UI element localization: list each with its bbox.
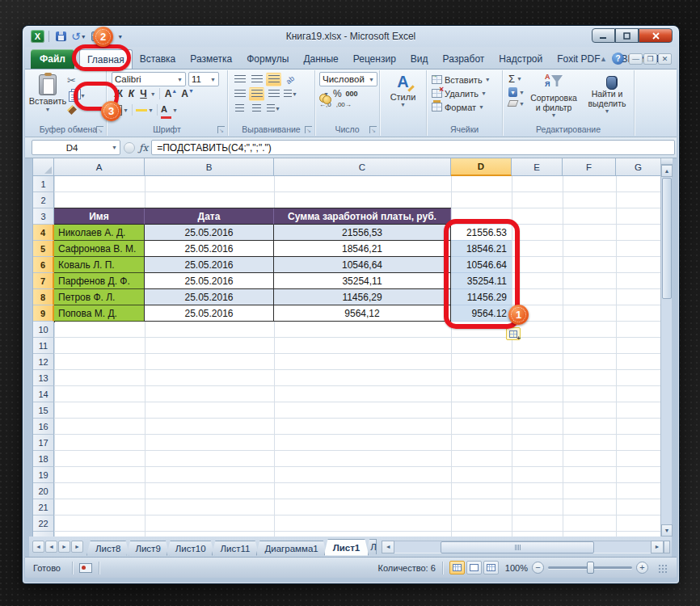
- cell-C8[interactable]: 11456,29: [274, 289, 451, 305]
- autofill-options-button[interactable]: [506, 327, 521, 340]
- scroll-up-button[interactable]: ▲: [661, 165, 673, 177]
- row-header[interactable]: 4: [33, 225, 54, 241]
- clear-button[interactable]: ▼: [506, 99, 527, 107]
- fill-color-button[interactable]: [136, 108, 147, 112]
- row-header[interactable]: 5: [33, 241, 54, 257]
- row-header[interactable]: 1: [33, 176, 54, 192]
- column-header[interactable]: B: [145, 158, 274, 176]
- fill-button[interactable]: ▼▼: [506, 86, 527, 98]
- ribbon-tab[interactable]: Разработ: [436, 49, 492, 69]
- ribbon-tab[interactable]: Формулы: [239, 49, 296, 69]
- formula-input[interactable]: =ПОДСТАВИТЬ(C4;",";"."): [151, 140, 675, 155]
- row-header[interactable]: 11: [33, 338, 54, 354]
- row-header[interactable]: 17: [33, 435, 54, 451]
- ribbon-tab[interactable]: Foxit PDF: [550, 49, 607, 69]
- cell-B8[interactable]: 25.05.2016: [145, 289, 274, 305]
- align-right-button[interactable]: [266, 87, 281, 101]
- underline-button[interactable]: Ч: [137, 88, 149, 99]
- row-header[interactable]: 9: [33, 305, 54, 322]
- align-bottom-button[interactable]: [266, 73, 281, 86]
- cell-B5[interactable]: 25.05.2016: [145, 241, 274, 257]
- row-header[interactable]: 7: [33, 273, 54, 289]
- macro-record-icon[interactable]: [79, 563, 92, 573]
- scroll-left-button[interactable]: ◄: [382, 541, 394, 553]
- sheet-tab[interactable]: Лист10: [167, 541, 215, 556]
- select-all-corner[interactable]: [33, 158, 54, 176]
- name-box[interactable]: D4 ▼: [32, 140, 120, 155]
- column-header[interactable]: D: [451, 158, 512, 176]
- table-header-cell[interactable]: Имя: [54, 208, 145, 225]
- autosum-button[interactable]: Σ▼: [506, 73, 527, 85]
- row-header[interactable]: 3: [33, 208, 54, 225]
- column-header[interactable]: E: [512, 158, 563, 176]
- close-button[interactable]: [639, 28, 673, 43]
- resize-grip[interactable]: [658, 564, 668, 574]
- align-middle-button[interactable]: [249, 73, 264, 86]
- align-left-button[interactable]: [232, 87, 247, 101]
- delete-cells-button[interactable]: Удалить▼: [432, 86, 500, 100]
- scrollbar-track[interactable]: [394, 541, 651, 553]
- percent-style-button[interactable]: %: [333, 88, 342, 99]
- split-handle[interactable]: [661, 158, 673, 165]
- vertical-scrollbar[interactable]: ▲ ▼: [660, 158, 672, 537]
- dialog-launcher-icon[interactable]: ↘: [217, 126, 225, 133]
- zoom-out-button[interactable]: −: [532, 562, 544, 574]
- comma-style-button[interactable]: 000: [346, 90, 358, 98]
- table-header-cell[interactable]: Сумма заработной платы, руб.: [274, 208, 451, 225]
- row-header[interactable]: 2: [33, 192, 54, 208]
- sheet-tab[interactable]: Лист1: [324, 539, 369, 556]
- zoom-in-button[interactable]: +: [636, 562, 648, 574]
- column-header[interactable]: G: [616, 158, 660, 176]
- row-header[interactable]: 18: [33, 451, 54, 467]
- column-header[interactable]: F: [563, 158, 616, 176]
- shrink-font-button[interactable]: А▼: [179, 88, 196, 99]
- cell-B6[interactable]: 25.05.2016: [145, 257, 274, 273]
- align-top-button[interactable]: [232, 73, 247, 86]
- number-format-select[interactable]: Числовой▼: [319, 72, 377, 86]
- font-size-select[interactable]: 11▼: [188, 72, 219, 86]
- cell-A6[interactable]: Коваль Л. П.: [54, 257, 145, 273]
- tab-file[interactable]: Файл: [31, 49, 74, 69]
- cell-C4[interactable]: 21556,53: [274, 225, 451, 241]
- orientation-button[interactable]: ab: [283, 73, 298, 86]
- increase-indent-button[interactable]: [249, 102, 264, 116]
- cell-C5[interactable]: 18546,21: [274, 241, 451, 257]
- minimize-button[interactable]: [592, 28, 615, 43]
- cell-C7[interactable]: 35254,11: [274, 273, 451, 289]
- cell-B9[interactable]: 25.05.2016: [145, 305, 274, 322]
- ribbon-tab[interactable]: Разметка: [183, 49, 239, 69]
- ribbon-tab[interactable]: Надстрой: [491, 49, 550, 69]
- scrollbar-thumb[interactable]: [441, 541, 594, 553]
- next-sheet-button[interactable]: ►: [58, 541, 70, 553]
- column-header[interactable]: A: [54, 158, 145, 176]
- first-sheet-button[interactable]: ◄: [32, 541, 44, 553]
- decrease-indent-button[interactable]: [232, 102, 247, 116]
- cell-A7[interactable]: Парфенов Д. Ф.: [54, 273, 145, 289]
- table-header-cell[interactable]: Дата: [145, 208, 274, 225]
- row-header[interactable]: 21: [33, 499, 54, 516]
- grow-font-button[interactable]: А▲: [163, 88, 179, 99]
- italic-button[interactable]: К: [126, 88, 137, 99]
- merge-center-button[interactable]: ▼: [283, 87, 298, 101]
- row-header[interactable]: 8: [33, 289, 54, 305]
- cell-B7[interactable]: 25.05.2016: [145, 273, 274, 289]
- ribbon-tab[interactable]: Вид: [403, 49, 436, 69]
- workbook-close-button[interactable]: ✕: [658, 53, 672, 65]
- font-color-button[interactable]: А: [161, 101, 171, 119]
- tab-split-handle[interactable]: [664, 541, 670, 553]
- workbook-minimize-button[interactable]: —: [629, 53, 643, 65]
- row-header[interactable]: 12: [33, 354, 54, 370]
- row-header[interactable]: 19: [33, 467, 54, 483]
- cell-A4[interactable]: Николаев А. Д.: [54, 225, 145, 241]
- column-header[interactable]: C: [274, 158, 451, 176]
- ribbon-tab[interactable]: Рецензир: [346, 49, 403, 69]
- help-icon[interactable]: ?: [612, 53, 624, 65]
- zoom-slider-thumb[interactable]: [587, 562, 594, 574]
- row-header[interactable]: 6: [33, 257, 54, 273]
- sheet-tab[interactable]: Лист9: [126, 541, 169, 556]
- collapse-ribbon-icon[interactable]: ▲: [600, 55, 607, 63]
- row-header[interactable]: 13: [33, 370, 54, 386]
- last-sheet-button[interactable]: ►: [71, 541, 83, 553]
- scrollbar-thumb[interactable]: [662, 178, 672, 299]
- ribbon-tab[interactable]: Данные: [296, 49, 345, 69]
